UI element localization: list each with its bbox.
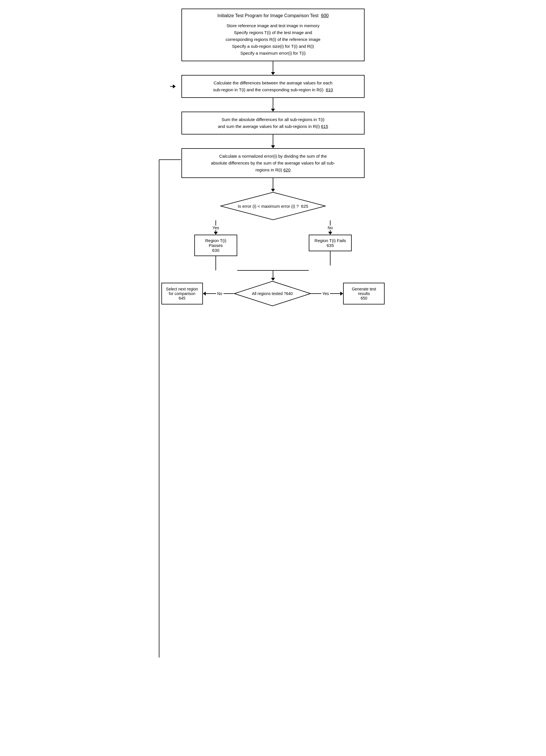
block-650: Generate test results 650	[343, 283, 385, 304]
block-650-text: Generate test results	[352, 287, 376, 296]
yes-arrowhead	[214, 232, 218, 235]
yes-branch: Yes Region T(i) Passes 630	[187, 220, 244, 270]
block-645: Select next regionfor comparison 645	[161, 283, 203, 304]
arrow-600-610	[271, 61, 275, 75]
b650-wrapper: Generate test results 650	[343, 283, 385, 304]
loop-arrow-in	[170, 84, 176, 88]
block-620: Calculate a normalized error(i) by divid…	[181, 148, 365, 178]
arrowhead-left	[203, 292, 206, 296]
block-615: Sum the absolute differences for all sub…	[181, 112, 365, 134]
block-635-text: Region T(i) Fails	[314, 238, 346, 243]
diamond-625-container: Is error (i) < maximum error (i) ? 625	[220, 192, 326, 220]
yes-right-label: Yes	[323, 291, 329, 296]
block-635-id: 635	[327, 243, 334, 248]
block-600-body: Store reference image and test image in …	[187, 22, 359, 57]
arrow-line-h2	[223, 293, 234, 294]
no-line-down	[330, 251, 331, 266]
arrow-line-h	[206, 293, 216, 294]
block-650-id: 650	[361, 296, 367, 300]
arrow-610-615	[271, 98, 275, 112]
block-600: Initialize Test Program for Image Compar…	[181, 9, 365, 61]
arrow-merge-640	[271, 270, 275, 281]
diamond-625: Is error (i) < maximum error (i) ? 625	[220, 192, 326, 220]
yes-right-arrow: Yes	[311, 288, 343, 299]
arrow-line-h3	[311, 293, 321, 294]
no-arrow-top: No	[328, 220, 333, 235]
b645-wrapper: Select next regionfor comparison 645	[161, 283, 203, 304]
bottom-row: Select next regionfor comparison 645 No …	[150, 281, 396, 306]
arrow-615-620	[271, 134, 275, 148]
block-610-text: Calculate the differences between the av…	[187, 80, 359, 93]
block-630-id: 630	[212, 248, 219, 253]
yes-label: Yes	[213, 225, 219, 230]
diamond-625-text: Is error (i) < maximum error (i) ? 625	[220, 192, 326, 220]
block-600-title: Initialize Test Program for Image Compar…	[187, 13, 359, 18]
block-630: Region T(i) Passes 630	[194, 235, 237, 256]
no-arrowhead	[328, 232, 332, 235]
block-615-text: Sum the absolute differences for all sub…	[187, 116, 359, 130]
yes-line-down	[215, 256, 216, 270]
branch-spacer	[244, 220, 302, 270]
flowchart: Initialize Test Program for Image Compar…	[150, 9, 396, 747]
merge-h-line	[237, 270, 309, 271]
block-645-text: Select next regionfor comparison	[166, 287, 198, 296]
diamond-640: All regions tested ?640	[234, 281, 311, 306]
arrow-line-h4	[330, 293, 340, 294]
no-label: No	[328, 225, 333, 230]
no-left-arrow: No	[203, 288, 234, 299]
arrowhead-right	[340, 292, 343, 296]
arrow-620-625	[271, 178, 275, 192]
block-645-id: 645	[179, 296, 185, 300]
branches-wrapper: Yes Region T(i) Passes 630 No	[181, 220, 365, 270]
block-620-text: Calculate a normalized error(i) by divid…	[187, 153, 359, 173]
yes-arrow-top: Yes	[213, 220, 219, 235]
block-635: Region T(i) Fails 635	[309, 235, 352, 251]
block-630-text: Region T(i) Passes	[205, 238, 226, 248]
no-left-label: No	[217, 291, 222, 296]
block-610: Calculate the differences between the av…	[181, 75, 365, 98]
no-branch: No Region T(i) Fails 635	[302, 220, 359, 270]
block-600-wrapper: Initialize Test Program for Image Compar…	[150, 9, 396, 281]
b640-wrapper: All regions tested ?640	[234, 281, 311, 306]
diamond-640-text: All regions tested ?640	[234, 281, 311, 306]
